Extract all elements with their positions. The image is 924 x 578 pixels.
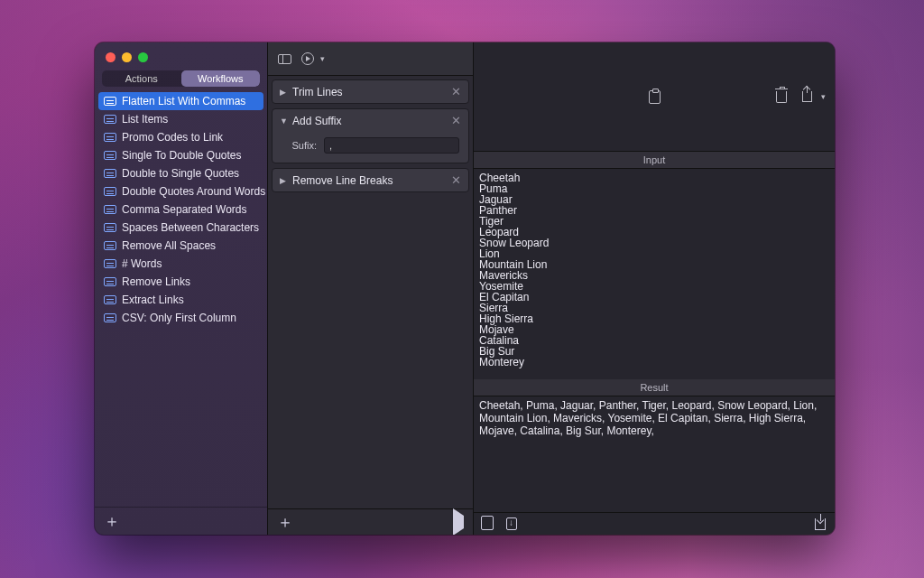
- sidebar-item-workflow[interactable]: Remove All Spaces: [95, 237, 267, 255]
- trash-icon: [776, 91, 787, 103]
- zoom-icon[interactable]: [138, 52, 148, 62]
- workflow-icon: [104, 133, 116, 142]
- sidebar-item-workflow[interactable]: Remove Links: [95, 273, 267, 291]
- clipboard-icon: [649, 90, 661, 104]
- add-workflow-button[interactable]: ＋: [104, 512, 120, 530]
- share-button[interactable]: [799, 90, 814, 103]
- add-step-button[interactable]: ＋: [277, 514, 293, 530]
- step-field-label: Sufix:: [282, 140, 317, 151]
- clipboard-button[interactable]: [647, 90, 661, 103]
- paste-icon: [506, 517, 517, 530]
- sidebar-item-label: Single To Double Quotes: [122, 149, 242, 162]
- sidebar-item-label: Promo Codes to Link: [122, 131, 223, 144]
- step-header[interactable]: ▶Remove Line Breaks✕: [273, 169, 468, 191]
- sidebar-item-workflow[interactable]: Spaces Between Characters: [95, 219, 267, 237]
- workflow-icon: [104, 277, 116, 286]
- sidebar-item-workflow[interactable]: Single To Double Quotes: [95, 146, 267, 164]
- workflow-icon: [104, 313, 116, 322]
- sidebar-icon: [278, 54, 291, 64]
- remove-step-button[interactable]: ✕: [451, 173, 461, 187]
- workflow-step: ▶Remove Line Breaks✕: [272, 168, 469, 192]
- workflow-icon: [104, 115, 116, 124]
- sidebar-item-workflow[interactable]: List Items: [95, 110, 267, 128]
- step-body: Sufix:: [273, 132, 468, 163]
- sidebar-item-label: CSV: Only First Column: [122, 312, 236, 324]
- input-textarea[interactable]: Cheetah Puma Jaguar Panther Tiger Leopar…: [474, 169, 835, 379]
- paste-result-button[interactable]: [504, 517, 519, 530]
- toggle-sidebar-button[interactable]: [277, 52, 291, 65]
- tab-actions[interactable]: Actions: [102, 70, 181, 87]
- input-pane-label: Input: [474, 152, 835, 169]
- io-column: ▾ Input Cheetah Puma Jaguar Panther Tige…: [474, 42, 835, 535]
- workflow-list: Flatten List With CommasList ItemsPromo …: [95, 92, 267, 507]
- center-toolbar: ▾: [268, 42, 473, 76]
- workflow-step: ▶Trim Lines✕: [272, 79, 469, 104]
- sidebar-item-label: Spaces Between Characters: [122, 221, 259, 234]
- workflow-icon: [104, 97, 116, 106]
- close-icon[interactable]: [106, 52, 116, 62]
- sidebar-item-workflow[interactable]: Comma Separated Words: [95, 200, 267, 219]
- play-icon: [453, 508, 464, 535]
- sidebar-item-workflow[interactable]: Flatten List With Commas: [98, 92, 263, 110]
- remove-step-button[interactable]: ✕: [451, 85, 461, 98]
- sidebar-item-label: # Words: [122, 257, 162, 270]
- workflow-icon: [104, 205, 116, 214]
- workflow-icon: [104, 223, 116, 232]
- workflow-icon: [104, 259, 116, 268]
- sidebar-segmented-control[interactable]: Actions Workflows: [102, 70, 260, 87]
- step-title: Add Suffix: [292, 115, 341, 127]
- center-footer: ＋: [268, 508, 473, 535]
- sidebar-item-label: Remove Links: [122, 275, 190, 288]
- sidebar-item-label: Remove All Spaces: [122, 239, 216, 252]
- workflow-icon: [104, 187, 116, 196]
- sidebar-item-label: Comma Separated Words: [122, 203, 247, 216]
- sidebar-item-label: Extract Links: [122, 294, 184, 306]
- copy-result-button[interactable]: [481, 517, 495, 530]
- step-header[interactable]: ▶Trim Lines✕: [273, 80, 468, 103]
- delete-button[interactable]: [774, 90, 789, 103]
- steps-column: ▾ ▶Trim Lines✕▼Add Suffix✕Sufix:▶Remove …: [268, 42, 474, 535]
- sidebar-item-workflow[interactable]: Promo Codes to Link: [95, 128, 267, 146]
- chevron-down-icon[interactable]: ▾: [320, 54, 325, 63]
- share-icon: [802, 91, 812, 102]
- right-footer: [474, 512, 835, 535]
- remove-step-button[interactable]: ✕: [451, 114, 461, 127]
- sidebar: Actions Workflows Flatten List With Comm…: [95, 42, 268, 535]
- step-title: Trim Lines: [292, 86, 343, 98]
- result-textarea[interactable]: Cheetah, Puma, Jaguar, Panther, Tiger, L…: [474, 396, 835, 512]
- workflow-icon: [104, 241, 116, 250]
- right-toolbar: ▾: [474, 42, 835, 152]
- export-result-button[interactable]: [813, 517, 827, 530]
- sidebar-item-workflow[interactable]: # Words: [95, 255, 267, 273]
- workflow-icon: [104, 295, 116, 304]
- workflow-step: ▼Add Suffix✕Sufix:: [272, 108, 469, 163]
- result-pane-label: Result: [474, 379, 835, 396]
- suffix-field[interactable]: [324, 137, 459, 154]
- disclosure-right-icon[interactable]: ▶: [280, 88, 287, 97]
- sidebar-item-label: Flatten List With Commas: [122, 95, 245, 107]
- sidebar-item-label: List Items: [122, 113, 168, 126]
- app-window: Actions Workflows Flatten List With Comm…: [95, 42, 835, 535]
- step-header[interactable]: ▼Add Suffix✕: [273, 109, 468, 132]
- sidebar-footer: ＋: [95, 507, 267, 535]
- minimize-icon[interactable]: [122, 52, 132, 62]
- tab-workflows[interactable]: Workflows: [181, 70, 261, 87]
- sidebar-item-workflow[interactable]: Double to Single Quotes: [95, 164, 267, 182]
- run-menu-button[interactable]: [300, 52, 315, 65]
- copy-icon: [483, 517, 494, 530]
- run-button[interactable]: [453, 516, 464, 528]
- export-icon: [815, 518, 826, 530]
- sidebar-item-label: Double Quotes Around Words: [122, 185, 265, 198]
- chevron-down-icon[interactable]: ▾: [821, 92, 826, 101]
- sidebar-item-workflow[interactable]: CSV: Only First Column: [95, 309, 267, 327]
- play-circle-icon: [301, 52, 314, 65]
- disclosure-right-icon[interactable]: ▶: [280, 176, 287, 185]
- window-controls: [95, 42, 267, 70]
- steps-list: ▶Trim Lines✕▼Add Suffix✕Sufix:▶Remove Li…: [268, 76, 473, 508]
- sidebar-item-label: Double to Single Quotes: [122, 167, 239, 180]
- workflow-icon: [104, 169, 116, 178]
- workflow-icon: [104, 151, 116, 160]
- sidebar-item-workflow[interactable]: Extract Links: [95, 291, 267, 309]
- disclosure-down-icon[interactable]: ▼: [280, 117, 287, 126]
- sidebar-item-workflow[interactable]: Double Quotes Around Words: [95, 182, 267, 200]
